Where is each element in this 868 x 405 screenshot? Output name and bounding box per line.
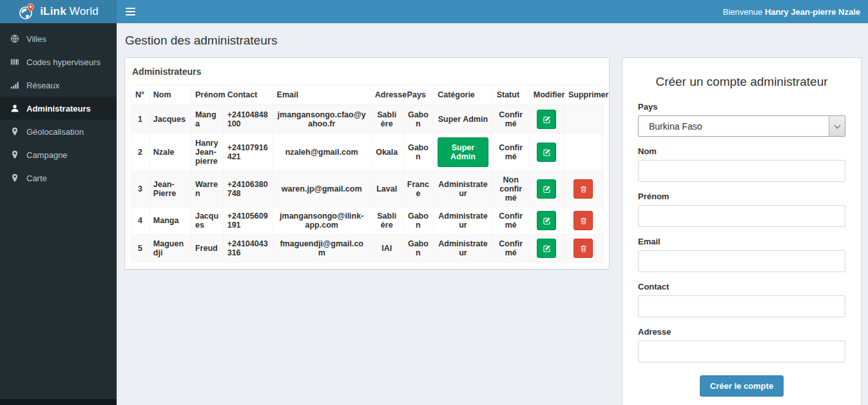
sidebar-item-campagne[interactable]: Campagne xyxy=(0,143,117,166)
sidebar-item-carte[interactable]: Carte xyxy=(0,166,117,190)
create-account-button[interactable]: Créer le compte xyxy=(700,375,784,397)
cell-modifier xyxy=(529,133,564,172)
app-logo[interactable]: iLink World xyxy=(0,0,117,23)
sidebar: VillesCodes hyperviseursRéseauxAdministr… xyxy=(0,23,117,405)
cell: +24107916421 xyxy=(223,133,273,172)
cell-modifier xyxy=(529,235,564,262)
create-admin-form: PaysBurkina FasoNomPrénomEmailContactAdr… xyxy=(638,102,845,397)
navbar: Bienvenue Hanry Jean-pierre Nzale xyxy=(117,0,868,23)
adresse-field[interactable] xyxy=(638,341,845,362)
cell: 3 xyxy=(131,172,149,207)
delete-admin-button[interactable] xyxy=(574,239,593,258)
administrators-table: N°NomPrénomContactEmailAdressePaysCatégo… xyxy=(131,84,603,262)
column-header-10: Supprimer xyxy=(564,85,603,106)
column-header-0: N° xyxy=(131,85,149,106)
welcome-text: Bienvenue Hanry Jean-pierre Nzale xyxy=(723,7,860,17)
cell: fmaguendji@gmail.com xyxy=(273,235,371,262)
barcode-icon xyxy=(10,57,20,67)
sidebar-footer xyxy=(0,399,117,405)
cell-supprimer xyxy=(564,207,603,235)
form-field-email: Email xyxy=(638,237,845,272)
prenom-label: Prénom xyxy=(638,192,845,201)
cell-categorie: Super Admin xyxy=(434,105,493,133)
nom-label: Nom xyxy=(638,146,845,156)
cell: Gabon xyxy=(403,207,434,235)
email-field[interactable] xyxy=(638,250,845,272)
cell-modifier xyxy=(529,105,564,133)
edit-admin-button[interactable] xyxy=(537,211,556,230)
main-content: Gestion des administrateurs Administrate… xyxy=(117,23,868,405)
cell: jmangansongo@ilink-app.com xyxy=(273,207,371,235)
map-marker-icon xyxy=(10,150,20,160)
form-field-prenom: Prénom xyxy=(638,192,845,227)
globe-icon xyxy=(10,34,20,44)
map-marker-icon xyxy=(10,126,20,137)
cell: Gabon xyxy=(403,105,434,133)
user-icon xyxy=(10,103,20,114)
form-field-contact: Contact xyxy=(638,282,845,317)
administrators-panel: Administrateurs N°NomPrénomContactEmailA… xyxy=(124,57,610,270)
sidebar-item-label: Villes xyxy=(26,34,46,44)
globe-pin-logo-icon xyxy=(18,3,35,21)
top-navbar: iLink World Bienvenue Hanry Jean-pierre … xyxy=(0,0,868,23)
cell-statut: Confirmé xyxy=(492,105,529,133)
edit-admin-button[interactable] xyxy=(537,110,556,129)
sidebar-item-codes-hyperviseurs[interactable]: Codes hyperviseurs xyxy=(0,50,117,74)
sidebar-item-label: Codes hyperviseurs xyxy=(26,57,101,67)
cell: +24104848100 xyxy=(223,105,273,133)
column-header-8: Statut xyxy=(492,85,529,106)
sidebar-item-villes[interactable]: Villes xyxy=(0,27,117,50)
sidebar-item-label: Géolocalisation xyxy=(26,127,84,137)
column-header-1: Nom xyxy=(149,85,191,106)
delete-admin-button[interactable] xyxy=(574,179,593,199)
cell: +24104043316 xyxy=(223,235,273,262)
sidebar-item-geolocalisation[interactable]: Géolocalisation xyxy=(0,120,117,143)
cell: Manga xyxy=(191,105,223,133)
cell: 1 xyxy=(131,105,149,133)
table-body: 1JacquesManga+24104848100jmangansongo.cf… xyxy=(131,105,603,262)
delete-admin-button[interactable] xyxy=(574,211,593,230)
page-title: Gestion des administrateurs xyxy=(125,34,862,48)
edit-admin-button[interactable] xyxy=(537,239,556,258)
sidebar-item-label: Campagne xyxy=(26,150,68,160)
sidebar-item-reseaux[interactable]: Réseaux xyxy=(0,74,117,97)
cell-supprimer xyxy=(564,105,603,133)
form-field-nom: Nom xyxy=(638,146,845,182)
column-header-3: Contact xyxy=(223,85,273,106)
sidebar-toggle-icon[interactable] xyxy=(124,5,137,18)
cell-modifier xyxy=(529,207,564,235)
cell: Nzale xyxy=(149,133,191,172)
cell: Jacques xyxy=(191,207,223,235)
cell: France xyxy=(403,172,434,207)
edit-admin-button[interactable] xyxy=(537,143,556,162)
contact-field[interactable] xyxy=(638,295,845,317)
cell: +24105609191 xyxy=(223,207,273,235)
pays-select[interactable]: Burkina Faso xyxy=(638,115,845,137)
cell: Freud xyxy=(191,235,223,262)
contact-label: Contact xyxy=(638,282,845,291)
sidebar-item-label: Réseaux xyxy=(26,81,59,90)
cell: Gabon xyxy=(403,235,434,262)
form-fields: PaysBurkina FasoNomPrénomEmailContactAdr… xyxy=(638,102,845,362)
sidebar-item-label: Administrateurs xyxy=(26,104,91,114)
cell: 4 xyxy=(131,207,149,235)
cell: nzaleh@gmail.com xyxy=(273,133,371,172)
cell: Warren xyxy=(191,172,223,207)
edit-admin-button[interactable] xyxy=(537,179,556,199)
cell: Manga xyxy=(149,207,191,235)
super-admin-badge[interactable]: Super Admin xyxy=(438,137,488,167)
prenom-field[interactable] xyxy=(638,205,845,227)
administrators-panel-title: Administrateurs xyxy=(131,58,603,84)
sidebar-item-administrateurs[interactable]: Administrateurs xyxy=(0,97,117,120)
sidebar-item-label: Carte xyxy=(26,173,47,183)
pays-label: Pays xyxy=(638,102,845,112)
column-header-5: Adresse xyxy=(371,85,403,106)
cell-categorie: Administrateur xyxy=(434,235,493,262)
cell: +24106380748 xyxy=(223,172,273,207)
column-header-7: Catégorie xyxy=(434,85,493,106)
table-row: 1JacquesManga+24104848100jmangansongo.cf… xyxy=(131,105,603,133)
cell: Hanry Jean-pierre xyxy=(191,133,223,172)
nom-field[interactable] xyxy=(638,160,845,182)
cell: Jean-Pierre xyxy=(149,172,191,207)
cell: Sablière xyxy=(371,105,403,133)
